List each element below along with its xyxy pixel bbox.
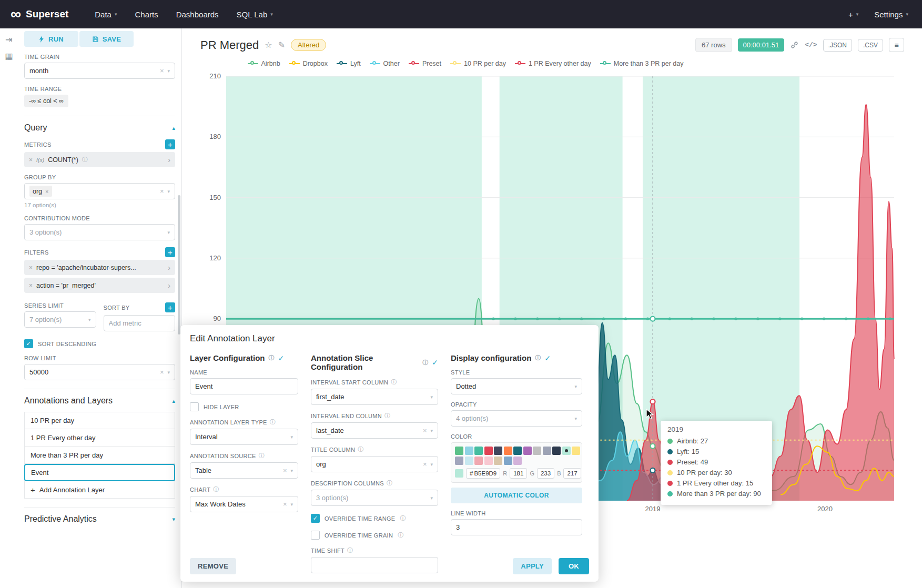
line-width-input[interactable] xyxy=(451,519,582,535)
green-input[interactable]: 233 xyxy=(537,468,554,479)
override-time-grain-checkbox[interactable] xyxy=(311,531,320,540)
clear-icon[interactable]: × xyxy=(160,368,164,376)
color-swatch[interactable] xyxy=(562,447,571,455)
red-input[interactable]: 181 xyxy=(510,468,527,479)
nav-item-data[interactable]: Data▾ xyxy=(95,10,117,19)
color-swatch[interactable] xyxy=(465,457,473,465)
color-swatch[interactable] xyxy=(572,447,580,455)
color-swatch[interactable] xyxy=(465,447,473,455)
superset-logo[interactable]: ∞ Superset xyxy=(11,7,68,22)
info-icon[interactable]: ⓘ xyxy=(82,156,88,164)
legend-item[interactable]: Preset xyxy=(409,60,441,67)
legend-item[interactable]: 1 PR Every other day xyxy=(515,60,591,67)
csv-export-button[interactable]: .CSV xyxy=(858,39,883,52)
clear-icon[interactable]: × xyxy=(160,187,164,195)
apply-button[interactable]: APPLY xyxy=(513,558,552,574)
panel-scrollbar[interactable] xyxy=(178,195,180,334)
remove-icon[interactable]: × xyxy=(45,188,48,195)
interval-end-column-select[interactable]: last_date × ▾ xyxy=(311,422,438,439)
datasource-grid-icon[interactable]: ▦ xyxy=(5,51,13,61)
info-icon[interactable]: ⓘ xyxy=(391,378,397,386)
filter-pill[interactable]: ×action = 'pr_merged'› xyxy=(24,278,175,293)
json-export-button[interactable]: .JSON xyxy=(823,39,852,52)
automatic-color-button[interactable]: AUTOMATIC COLOR xyxy=(451,488,582,503)
info-icon[interactable]: ⓘ xyxy=(398,531,403,539)
color-swatch[interactable] xyxy=(513,457,522,465)
edit-icon[interactable]: ✎ xyxy=(278,40,285,50)
color-swatch[interactable] xyxy=(552,447,561,455)
color-swatch[interactable] xyxy=(513,447,522,455)
add-metric-plus-button[interactable]: + xyxy=(165,139,175,149)
info-icon[interactable]: ⓘ xyxy=(270,418,276,426)
clear-icon[interactable]: × xyxy=(423,460,427,468)
name-input[interactable] xyxy=(190,378,298,394)
description-columns-select[interactable]: 3 option(s) ▾ xyxy=(311,490,438,506)
sort-descending-checkbox[interactable]: ✓ xyxy=(24,339,33,348)
info-icon[interactable]: ⓘ xyxy=(347,546,353,554)
color-swatch[interactable] xyxy=(533,447,541,455)
color-swatch[interactable] xyxy=(484,457,493,465)
annotation-layer-item[interactable]: 1 PR Every other day xyxy=(24,429,175,447)
annotation-source-select[interactable]: Table × ▾ xyxy=(190,462,298,479)
clear-icon[interactable]: × xyxy=(283,500,287,508)
add-sort-metric-plus-button[interactable]: + xyxy=(165,302,175,312)
hex-input[interactable]: # B5E9D9 xyxy=(466,468,500,479)
predictive-analytics-section-header[interactable]: Predictive Analytics ▾ xyxy=(24,507,175,524)
info-icon[interactable]: ⓘ xyxy=(422,359,428,367)
legend-item[interactable]: Lyft xyxy=(337,60,361,67)
remove-icon[interactable]: × xyxy=(29,282,33,289)
annotation-layer-item[interactable]: Event xyxy=(24,464,175,481)
color-swatch[interactable] xyxy=(543,447,551,455)
time-grain-select[interactable]: month × ▾ xyxy=(24,63,175,79)
annotation-layer-item[interactable]: 10 PR per day xyxy=(24,412,175,429)
legend-item[interactable]: Airbnb xyxy=(248,60,280,67)
color-swatch[interactable] xyxy=(455,447,463,455)
row-limit-select[interactable]: 50000 × ▾ xyxy=(24,364,175,380)
override-time-range-checkbox[interactable]: ✓ xyxy=(311,514,320,523)
hide-layer-checkbox[interactable] xyxy=(190,402,199,411)
nav-add-button[interactable]: + ▾ xyxy=(848,10,858,19)
remove-icon[interactable]: × xyxy=(29,156,33,164)
save-button[interactable]: SAVE xyxy=(79,31,134,47)
style-select[interactable]: Dotted ▾ xyxy=(451,378,582,394)
interval-start-column-select[interactable]: first_date ▾ xyxy=(311,389,438,405)
legend-item[interactable]: Other xyxy=(370,60,400,67)
legend-item[interactable]: More than 3 PR per day xyxy=(600,60,684,67)
title-column-select[interactable]: org × ▾ xyxy=(311,456,438,472)
color-swatch[interactable] xyxy=(494,447,502,455)
annotation-layer-item[interactable]: More than 3 PR per day xyxy=(24,447,175,464)
nav-settings[interactable]: Settings ▾ xyxy=(874,10,908,19)
nav-item-charts[interactable]: Charts xyxy=(135,10,158,19)
add-filter-plus-button[interactable]: + xyxy=(165,247,175,257)
remove-icon[interactable]: × xyxy=(29,264,33,271)
metric-pill[interactable]: × f(x) COUNT(*) ⓘ › xyxy=(24,152,175,167)
sort-by-select[interactable]: Add metric xyxy=(104,315,176,331)
color-swatch[interactable] xyxy=(523,447,532,455)
info-icon[interactable]: ⓘ xyxy=(387,479,392,487)
query-section-header[interactable]: Query ▴ xyxy=(24,116,175,133)
info-icon[interactable]: ⓘ xyxy=(259,452,265,460)
nav-item-dashboards[interactable]: Dashboards xyxy=(176,10,219,19)
add-annotation-layer-button[interactable]: +Add Annotation Layer xyxy=(24,481,175,499)
chart-select[interactable]: Max Work Dates × ▾ xyxy=(190,496,298,512)
color-swatch[interactable] xyxy=(474,457,483,465)
info-icon[interactable]: ⓘ xyxy=(400,514,406,522)
star-icon[interactable]: ☆ xyxy=(265,40,272,50)
code-icon[interactable]: </> xyxy=(805,41,817,49)
blue-input[interactable]: 217 xyxy=(563,468,581,479)
group-by-chip[interactable]: org × xyxy=(29,186,52,197)
contribution-mode-select[interactable]: 3 option(s) ▾ xyxy=(24,224,175,240)
color-swatch[interactable] xyxy=(474,447,483,455)
info-icon[interactable]: ⓘ xyxy=(358,445,363,453)
info-icon[interactable]: ⓘ xyxy=(535,354,541,362)
clear-icon[interactable]: × xyxy=(160,67,164,75)
time-range-value[interactable]: -∞ ≤ col < ∞ xyxy=(24,95,68,107)
remove-button[interactable]: REMOVE xyxy=(190,558,236,574)
clear-icon[interactable]: × xyxy=(283,467,287,474)
filter-pill[interactable]: ×repo = 'apache/incubator-supers...› xyxy=(24,260,175,275)
color-swatch[interactable] xyxy=(484,447,493,455)
run-button[interactable]: RUN xyxy=(24,31,78,47)
ok-button[interactable]: OK xyxy=(559,558,589,574)
series-limit-select[interactable]: 7 option(s) ▾ xyxy=(24,311,96,328)
color-swatch[interactable] xyxy=(455,457,463,465)
